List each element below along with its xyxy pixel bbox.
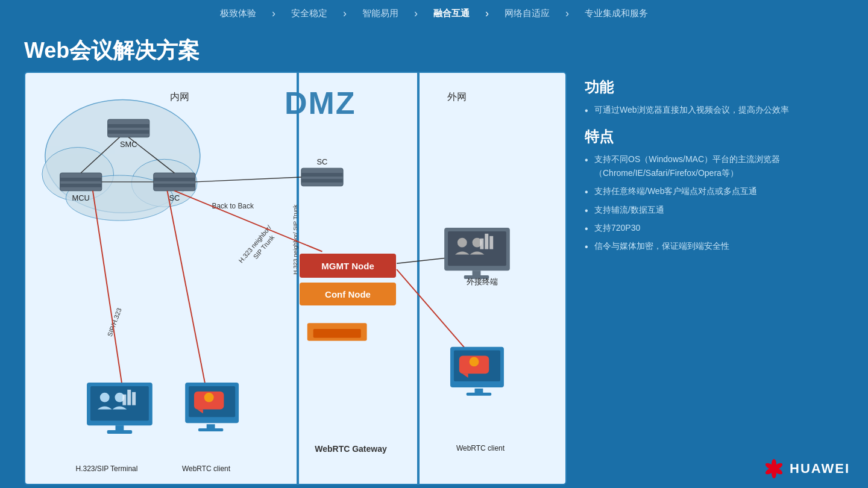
top-navigation: 极致体验 › 安全稳定 › 智能易用 › 融合互通 › 网络自适应 › 专业集成… [0,0,868,27]
svg-line-28 [195,177,301,182]
char-item-5: 信令与媒体加密，保证端到端安全性 [585,239,844,252]
conf-node: Conf Node [300,283,396,305]
svg-rect-17 [301,173,343,177]
svg-text:MCU: MCU [72,193,90,202]
outer-terminal-label: 外接终端 [446,277,518,287]
features-title: 功能 [585,78,844,97]
svg-rect-67 [467,393,492,396]
char-item-4: 支持720P30 [585,221,844,234]
nav-item-5[interactable]: 网络自适应 [490,0,564,27]
nav-item-2[interactable]: 安全稳定 [277,0,342,27]
characteristics-list: 支持不同OS（Windows/MAC）平台的主流浏览器（Chrome/IE/Sa… [585,152,844,252]
svg-rect-42 [132,392,136,405]
h323-sip-label: H.323/SIP Terminal [64,465,149,473]
nav-label-2: 安全稳定 [291,8,327,19]
nav-item-3[interactable]: 智能易用 [348,0,413,27]
svg-rect-41 [127,390,131,405]
svg-rect-57 [485,234,488,249]
svg-line-31 [167,191,206,389]
svg-point-49 [204,393,214,402]
nav-label-5: 网络自适应 [505,8,550,19]
svg-rect-13 [154,178,195,181]
svg-line-32 [397,257,450,263]
info-panel: 功能 可通过Web浏览器直接加入视频会议，提高办公效率 特点 支持不同OS（Wi… [579,72,844,485]
char-item-2: 支持任意终端/Web客户端点对点或多点互通 [585,184,844,198]
svg-rect-10 [60,184,102,187]
diagram-box: DMZ 内网 外网 SMC MCU [24,72,567,485]
nav-item-1[interactable]: 极致体验 [206,0,271,27]
brand-name: HUAWEI [790,461,850,477]
features-list: 可通过Web浏览器直接加入视频会议，提高办公效率 [585,103,844,116]
svg-rect-51 [198,428,224,431]
svg-rect-53 [448,231,506,266]
svg-rect-6 [108,130,149,134]
nav-label-3: 智能易用 [362,8,398,19]
nav-item-4[interactable]: 融合互通 [419,0,484,27]
svg-rect-66 [475,389,483,393]
svg-text:SC: SC [169,193,180,202]
huawei-logo: HUAWEI [763,458,850,480]
nav-label-1: 极致体验 [220,8,256,19]
svg-rect-44 [107,430,133,434]
huawei-flower-icon [763,458,785,480]
nav-item-6[interactable]: 专业集成和服务 [570,0,662,27]
svg-rect-50 [207,424,215,429]
svg-text:SMC: SMC [120,140,137,149]
nav-label-4: 融合互通 [433,8,470,19]
svg-rect-14 [154,184,195,187]
page-title: Web会议解决方案 [0,27,868,72]
nav-label-6: 专业集成和服务 [585,8,648,19]
char-item-3: 支持辅流/数据互通 [585,203,844,216]
svg-rect-35 [313,329,361,338]
svg-rect-16 [301,168,343,186]
svg-rect-8 [60,173,102,191]
webrtc-right-label: WebRTC client [444,444,517,452]
char-item-1: 支持不同OS（Windows/MAC）平台的主流浏览器（Chrome/IE/Sa… [585,152,844,180]
webrtc-gateway-label: WebRTC Gateway [300,444,402,454]
svg-text:SC: SC [317,157,328,166]
svg-rect-58 [489,236,493,249]
svg-point-38 [100,393,110,402]
cloud-group [42,99,200,221]
svg-line-29 [174,191,322,252]
svg-rect-12 [154,173,195,191]
svg-rect-40 [122,395,126,405]
svg-rect-5 [108,124,149,128]
webrtc-left-label: WebRTC client [170,465,242,473]
svg-rect-56 [480,239,483,249]
svg-rect-9 [60,178,102,181]
svg-point-65 [470,357,479,366]
mgmt-node: MGMT Node [300,254,396,278]
svg-rect-4 [108,119,149,137]
svg-rect-37 [90,386,149,421]
characteristics-title: 特点 [585,127,844,146]
feature-item-1: 可通过Web浏览器直接加入视频会议，提高办公效率 [585,103,844,116]
main-content: DMZ 内网 外网 SMC MCU [0,72,868,488]
svg-point-54 [458,238,467,248]
svg-rect-18 [301,179,343,183]
